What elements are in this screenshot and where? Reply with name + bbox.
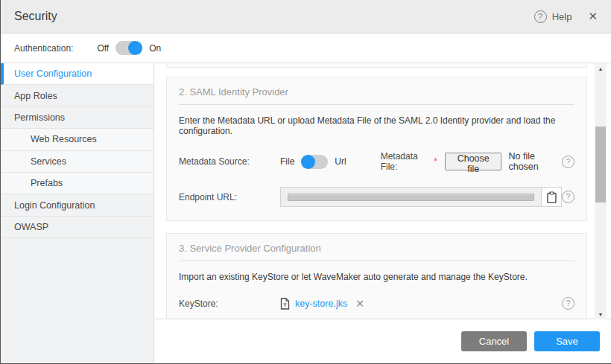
section-description: Import an existing KeyStore or let WaveM… <box>179 272 574 282</box>
help-icon: ? <box>534 10 547 23</box>
choose-file-button[interactable]: Choose file <box>445 153 501 170</box>
page-title: Security <box>14 10 57 23</box>
metadata-source-toggle[interactable] <box>301 155 328 169</box>
sidebar: User Configuration App Roles Permissions… <box>1 63 154 363</box>
redacted-url-value <box>288 194 534 201</box>
copy-icon <box>547 191 557 203</box>
authentication-on-label: On <box>149 43 161 54</box>
file-text-icon <box>280 298 290 310</box>
sidebar-item-owasp[interactable]: OWASP <box>1 217 153 238</box>
title-bar: Security ? Help ✕ <box>1 0 611 33</box>
content-scroll-area: 2. SAML Identity Provider Enter the Meta… <box>154 63 611 319</box>
toggle-knob <box>128 41 142 55</box>
sidebar-item-web-resources[interactable]: Web Resources <box>1 129 153 150</box>
help-label: Help <box>552 11 572 22</box>
footer-actions: Cancel Save <box>154 319 611 363</box>
keystore-row: KeyStore: key-store.jks ✕ ? <box>179 297 574 310</box>
endpoint-url-input[interactable] <box>280 187 562 207</box>
section-title: 2. SAML Identity Provider <box>179 86 574 105</box>
metadata-source-row: Metadata Source: File Url Metadata File:… <box>179 151 574 172</box>
file-option-label: File <box>280 156 294 167</box>
keystore-label: KeyStore: <box>179 298 280 309</box>
sidebar-item-login-configuration[interactable]: Login Configuration <box>1 194 153 216</box>
remove-keystore-icon[interactable]: ✕ <box>355 298 364 310</box>
help-icon[interactable]: ? <box>562 156 574 168</box>
scroll-up-icon[interactable]: ▲ <box>595 64 607 73</box>
help-button[interactable]: ? Help <box>534 10 572 23</box>
close-icon[interactable]: ✕ <box>588 10 598 23</box>
required-mark: * <box>434 156 437 167</box>
sidebar-item-prefabs[interactable]: Prefabs <box>1 173 153 194</box>
section-title: 3. Service Provider Configuration <box>179 243 574 261</box>
url-option-label: Url <box>335 156 346 167</box>
sidebar-item-permissions[interactable]: Permissions <box>1 107 153 129</box>
saml-identity-provider-section: 2. SAML Identity Provider Enter the Meta… <box>166 77 587 221</box>
sidebar-item-app-roles[interactable]: App Roles <box>1 85 153 106</box>
authentication-label: Authentication: <box>14 43 73 54</box>
scroll-down-icon[interactable]: ▼ <box>595 310 607 319</box>
main-panel: 2. SAML Identity Provider Enter the Meta… <box>154 63 611 363</box>
keystore-file-link[interactable]: key-store.jks <box>295 298 347 309</box>
authentication-row: Authentication: Off On <box>1 33 611 63</box>
section-description: Enter the Metadata URL or upload Metadat… <box>179 115 574 136</box>
keystore-file-chip: key-store.jks ✕ <box>280 298 364 310</box>
save-button[interactable]: Save <box>534 331 600 351</box>
copy-button[interactable] <box>541 188 561 206</box>
security-dialog: Security ? Help ✕ Authentication: Off On… <box>0 0 611 364</box>
sidebar-item-user-configuration[interactable]: User Configuration <box>1 63 153 85</box>
help-icon[interactable]: ? <box>562 191 574 203</box>
help-icon[interactable]: ? <box>562 297 574 310</box>
file-chosen-status: No file chosen <box>508 151 562 172</box>
service-provider-configuration-section: 3. Service Provider Configuration Import… <box>166 233 587 319</box>
metadata-file-label: Metadata File: <box>381 151 432 172</box>
endpoint-url-row: Endpoint URL: ? <box>179 187 574 207</box>
endpoint-url-label: Endpoint URL: <box>179 192 280 202</box>
authentication-toggle[interactable] <box>115 41 142 55</box>
scrollbar-thumb[interactable] <box>595 127 606 202</box>
sidebar-item-services[interactable]: Services <box>1 151 153 173</box>
authentication-off-label: Off <box>97 43 109 54</box>
cancel-button[interactable]: Cancel <box>461 331 527 351</box>
metadata-source-label: Metadata Source: <box>179 156 280 167</box>
previous-section-edge <box>166 63 587 68</box>
toggle-knob <box>301 155 315 169</box>
vertical-scrollbar[interactable]: ▲ ▼ <box>595 63 607 319</box>
